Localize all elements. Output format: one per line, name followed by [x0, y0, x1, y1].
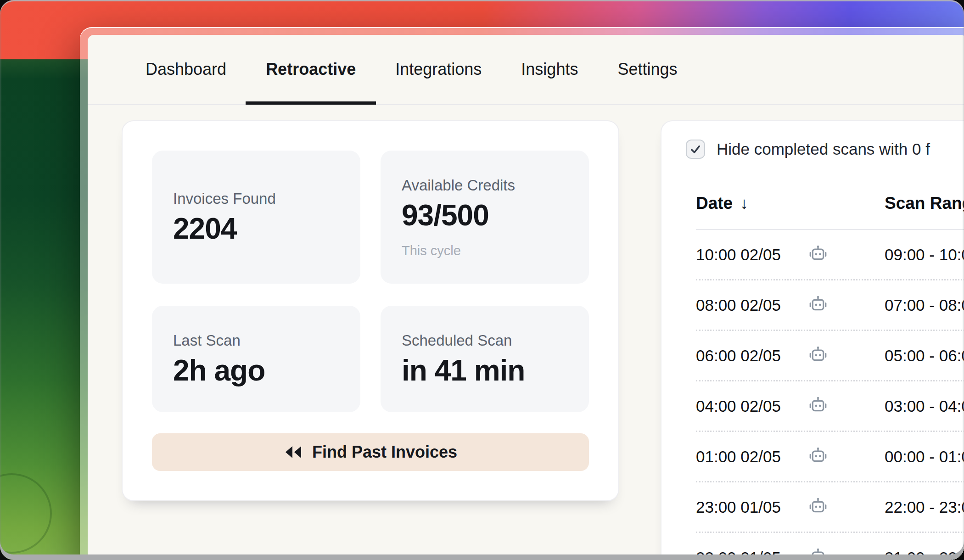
stat-card-scheduled-scan: Scheduled Scan in 41 min — [381, 306, 589, 412]
date-cell: 04:00 02/05 — [696, 397, 808, 415]
tab-insights[interactable]: Insights — [521, 35, 578, 104]
content-area: Invoices Found 2204 Available Credits 93… — [88, 105, 964, 560]
table-row[interactable]: 10:00 02/05 09:00 - 10:00 — [696, 230, 964, 280]
stat-label: Available Credits — [402, 176, 568, 196]
stat-value: 2h ago — [173, 354, 339, 387]
range-cell: 03:00 - 04:00 — [885, 397, 964, 415]
column-header-scan-range: Scan Range — [885, 194, 964, 213]
robot-icon — [808, 346, 828, 366]
sort-desc-icon: ↓ — [740, 194, 748, 213]
date-cell: 01:00 02/05 — [696, 448, 808, 466]
screen: Dashboard Retroactive Integrations Insig… — [0, 0, 964, 560]
robot-icon — [808, 396, 828, 416]
robot-icon — [808, 447, 828, 467]
wallpaper-circle-decoration — [0, 473, 52, 554]
scans-panel: Hide completed scans with 0 f Date ↓ Sca… — [661, 120, 964, 560]
app-window: Dashboard Retroactive Integrations Insig… — [80, 27, 964, 560]
robot-icon — [808, 245, 828, 265]
tab-settings[interactable]: Settings — [617, 35, 677, 104]
stats-panel: Invoices Found 2204 Available Credits 93… — [122, 120, 619, 501]
table-header: Date ↓ Scan Range — [696, 178, 964, 230]
stat-label: Last Scan — [173, 331, 339, 351]
stat-label: Scheduled Scan — [402, 331, 568, 351]
table-body: 10:00 02/05 09:00 - 10:00 08:00 02/05 07… — [696, 230, 964, 560]
range-cell: 22:00 - 23:00 — [885, 498, 964, 516]
date-cell: 08:00 02/05 — [696, 296, 808, 314]
table-row[interactable]: 08:00 02/05 07:00 - 08:00 — [696, 280, 964, 331]
tab-retroactive[interactable]: Retroactive — [266, 35, 356, 104]
filter-label[interactable]: Hide completed scans with 0 f — [717, 140, 930, 158]
stat-value: 93/500 — [402, 199, 568, 232]
robot-icon — [808, 497, 828, 517]
stat-card-invoices-found: Invoices Found 2204 — [152, 151, 360, 284]
date-cell: 22:00 01/05 — [696, 549, 808, 560]
app-window-content: Dashboard Retroactive Integrations Insig… — [88, 35, 964, 560]
date-cell: 23:00 01/05 — [696, 498, 808, 516]
date-cell: 06:00 02/05 — [696, 347, 808, 365]
stat-card-available-credits: Available Credits 93/500 This cycle — [381, 151, 589, 284]
robot-icon — [808, 548, 828, 560]
table-row[interactable]: 06:00 02/05 05:00 - 06:00 — [696, 331, 964, 381]
range-cell: 05:00 - 06:00 — [885, 347, 964, 365]
robot-icon — [808, 295, 828, 315]
stat-value: in 41 min — [402, 354, 568, 387]
tab-integrations[interactable]: Integrations — [395, 35, 482, 104]
table-row[interactable]: 01:00 02/05 00:00 - 01:00 — [696, 432, 964, 482]
stat-label: Invoices Found — [173, 189, 339, 209]
checkmark-icon — [689, 143, 702, 156]
range-cell: 21:00 - 22:00 — [885, 549, 964, 560]
range-cell: 00:00 - 01:00 — [885, 448, 964, 466]
stat-value: 2204 — [173, 213, 339, 246]
stat-card-last-scan: Last Scan 2h ago — [152, 306, 360, 412]
stat-subtext: This cycle — [402, 243, 568, 258]
rewind-icon — [284, 445, 303, 459]
range-cell: 09:00 - 10:00 — [885, 246, 964, 264]
table-row[interactable]: 23:00 01/05 22:00 - 23:00 — [696, 482, 964, 533]
stats-grid: Invoices Found 2204 Available Credits 93… — [152, 151, 589, 412]
table-row[interactable]: 22:00 01/05 21:00 - 22:00 — [696, 533, 964, 560]
table-row[interactable]: 04:00 02/05 03:00 - 04:00 — [696, 381, 964, 432]
tabbar: Dashboard Retroactive Integrations Insig… — [88, 35, 964, 105]
range-cell: 07:00 - 08:00 — [885, 296, 964, 314]
tab-dashboard[interactable]: Dashboard — [146, 35, 226, 104]
scans-table: Date ↓ Scan Range 10:00 02/05 0 — [696, 178, 964, 560]
hide-completed-checkbox[interactable] — [686, 140, 705, 159]
date-cell: 10:00 02/05 — [696, 246, 808, 264]
find-past-invoices-button[interactable]: Find Past Invoices — [152, 433, 589, 471]
filter-row: Hide completed scans with 0 f — [686, 140, 964, 159]
column-header-date[interactable]: Date ↓ — [696, 194, 885, 213]
